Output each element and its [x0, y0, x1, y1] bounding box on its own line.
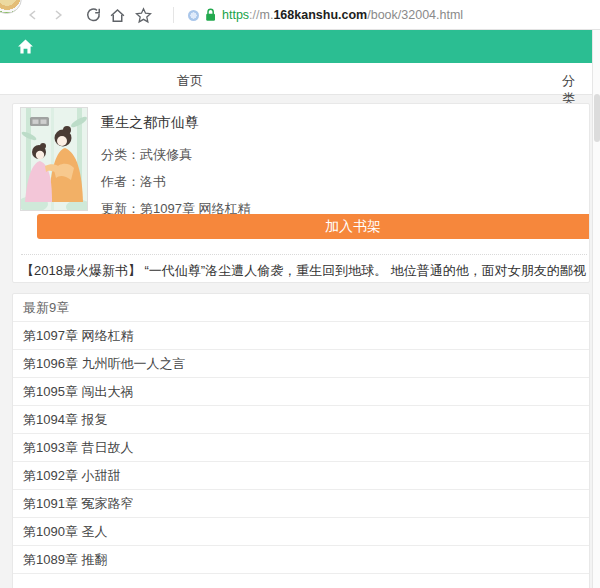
site-header: [0, 30, 592, 63]
dotted-divider: [21, 254, 587, 255]
site-nav: 首页 分类: [0, 63, 592, 95]
url-domain: 168kanshu.com: [273, 8, 367, 22]
book-author: 作者：洛书: [101, 168, 251, 195]
bookmark-star-icon[interactable]: [135, 7, 152, 24]
home-icon[interactable]: [17, 38, 34, 55]
book-cover-art: [21, 108, 87, 210]
chapter-list-card: 最新9章 第1097章 网络杠精 第1096章 九州听他一人之言 第1095章 …: [12, 293, 590, 588]
chapter-link[interactable]: 第1092章 小甜甜: [13, 462, 589, 490]
chapter-link[interactable]: 第1094章 报复: [13, 406, 589, 434]
chapter-link[interactable]: 第1093章 昔日故人: [13, 434, 589, 462]
add-to-shelf-label: 加入书架: [325, 218, 381, 236]
book-title: 重生之都市仙尊: [101, 113, 251, 132]
chapter-link[interactable]: 第1096章 九州听他一人之言: [13, 350, 589, 378]
scrollbar[interactable]: [592, 30, 600, 588]
forward-icon[interactable]: [52, 9, 64, 21]
book-description: 【2018最火爆新书】 “一代仙尊”洛尘遭人偷袭，重生回到地球。 地位普通的他，…: [21, 261, 589, 281]
ssl-lock-icon: [205, 8, 216, 22]
url-scheme: https: [222, 8, 249, 22]
chapter-link[interactable]: 第1091章 冤家路窄: [13, 490, 589, 518]
chapter-list-header: 最新9章: [13, 294, 589, 322]
chapter-link[interactable]: 第1097章 网络杠精: [13, 322, 589, 350]
site-info-icon[interactable]: [188, 10, 199, 21]
book-category: 分类：武侠修真: [101, 141, 251, 168]
url-text: https://m.168kanshu.com/book/32004.html: [222, 8, 463, 22]
chapter-link[interactable]: 第1089章 推翻: [13, 546, 589, 574]
book-cover[interactable]: [20, 107, 88, 211]
url-path: /book/32004.html: [367, 8, 463, 22]
tab-favicon: [0, 0, 22, 14]
browser-home-icon[interactable]: [109, 7, 126, 24]
book-info-card: 重生之都市仙尊 分类：武侠修真 作者：洛书 更新：第1097章 网络杠精 加入书…: [12, 103, 590, 283]
chapter-link[interactable]: 第1090章 圣人: [13, 518, 589, 546]
back-icon[interactable]: [27, 9, 39, 21]
webpage: 首页 分类: [0, 30, 592, 588]
chapter-link[interactable]: 第1095章 闯出大祸: [13, 378, 589, 406]
book-info: 重生之都市仙尊 分类：武侠修真 作者：洛书 更新：第1097章 网络杠精: [101, 113, 251, 222]
url-subdomain: m.: [260, 8, 274, 22]
scrollbar-thumb[interactable]: [594, 94, 600, 142]
url-separator: ://: [249, 8, 259, 22]
browser-toolbar: https://m.168kanshu.com/book/32004.html: [0, 0, 600, 30]
add-to-shelf-button[interactable]: 加入书架: [37, 214, 590, 239]
toolbar-divider: [173, 7, 174, 23]
refresh-icon[interactable]: [85, 7, 102, 24]
nav-item-home[interactable]: 首页: [177, 72, 203, 90]
